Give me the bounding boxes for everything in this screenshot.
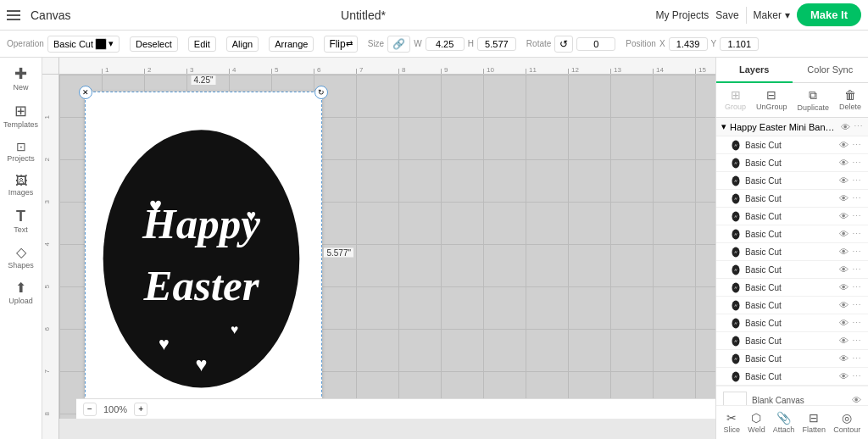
rotate-input[interactable]: 0 bbox=[581, 39, 611, 49]
text-icon: T bbox=[16, 208, 25, 224]
flatten-button[interactable]: ⊟ Flatten bbox=[799, 409, 830, 436]
sidebar-item-new[interactable]: ✚ New bbox=[3, 61, 40, 97]
layer-more-icon[interactable]: ⋯ bbox=[852, 247, 861, 258]
blank-canvas-eye-icon[interactable]: 👁 bbox=[852, 395, 861, 405]
doc-title: Untitled* bbox=[341, 8, 386, 22]
svg-text:♥: ♥ bbox=[231, 322, 238, 336]
edit-button[interactable]: Edit bbox=[188, 36, 216, 52]
save-button[interactable]: Save bbox=[715, 9, 738, 21]
flip-icon-btn[interactable]: Flip ⇄ bbox=[324, 36, 357, 53]
ruler-tick-5: 5 bbox=[271, 66, 278, 74]
dimension-width-label: 4.25" bbox=[191, 75, 215, 85]
svg-text:H: H bbox=[735, 303, 737, 308]
layer-more-icon[interactable]: ⋯ bbox=[852, 336, 861, 347]
tab-color-sync[interactable]: Color Sync bbox=[793, 58, 869, 82]
layer-item-2[interactable]: H Basic Cut 👁 ⋯ bbox=[716, 154, 868, 172]
rotate-icon-btn[interactable]: ↺ bbox=[554, 36, 573, 53]
layer-group-header[interactable]: ▾ Happy Easter Mini Banner... 👁 ⋯ bbox=[716, 118, 868, 136]
group-eye-icon[interactable]: 👁 bbox=[841, 122, 850, 132]
layer-eye-icon[interactable]: 👁 bbox=[839, 318, 849, 328]
layer-item-7[interactable]: H Basic Cut 👁 ⋯ bbox=[716, 243, 868, 261]
group-more-icon[interactable]: ⋯ bbox=[854, 121, 863, 132]
sidebar-item-shapes[interactable]: ◇ Shapes bbox=[3, 241, 40, 275]
duplicate-icon: ⧉ bbox=[809, 88, 817, 103]
rotate-group: Rotate ↺ 0 bbox=[526, 36, 615, 53]
weld-button[interactable]: ⬡ Weld bbox=[744, 409, 768, 436]
layer-item-8[interactable]: H Basic Cut 👁 ⋯ bbox=[716, 261, 868, 279]
ruler-tick-13: 13 bbox=[610, 66, 621, 74]
slice-button[interactable]: ✂ Slice bbox=[721, 409, 744, 436]
layer-eye-icon[interactable]: 👁 bbox=[839, 336, 849, 346]
sidebar-item-images[interactable]: 🖼 Images bbox=[3, 169, 40, 202]
sidebar-item-projects[interactable]: ⊡ Projects bbox=[3, 136, 40, 168]
layer-name: Basic Cut bbox=[745, 212, 836, 221]
layer-thumbnail: H bbox=[730, 370, 742, 382]
layer-eye-icon[interactable]: 👁 bbox=[839, 140, 849, 150]
make-it-button[interactable]: Make It bbox=[797, 3, 861, 26]
ruler-top: 1 2 3 4 5 6 7 8 9 10 11 12 13 14 15 16 bbox=[59, 58, 715, 75]
layer-more-icon[interactable]: ⋯ bbox=[852, 229, 861, 240]
layer-item-11[interactable]: H Basic Cut 👁 ⋯ bbox=[716, 314, 868, 332]
layer-more-icon[interactable]: ⋯ bbox=[852, 353, 861, 364]
sidebar-item-templates[interactable]: ⊞ Templates bbox=[3, 98, 40, 134]
layer-item-12[interactable]: H Basic Cut 👁 ⋯ bbox=[716, 332, 868, 350]
duplicate-button[interactable]: ⧉ Duplicate bbox=[793, 86, 835, 114]
layer-eye-icon[interactable]: 👁 bbox=[839, 300, 849, 310]
sidebar-item-upload[interactable]: ⬆ Upload bbox=[3, 276, 40, 310]
layer-item-1[interactable]: H Basic Cut 👁 ⋯ bbox=[716, 136, 868, 154]
sidebar-item-text[interactable]: T Text bbox=[3, 203, 40, 239]
layer-eye-icon[interactable]: 👁 bbox=[839, 211, 849, 221]
attach-button[interactable]: 📎 Attach bbox=[770, 409, 798, 436]
layer-more-icon[interactable]: ⋯ bbox=[852, 140, 861, 151]
layer-more-icon[interactable]: ⋯ bbox=[852, 264, 861, 275]
layer-item-10[interactable]: H Basic Cut 👁 ⋯ bbox=[716, 297, 868, 314]
layer-item-6[interactable]: H Basic Cut 👁 ⋯ bbox=[716, 225, 868, 243]
my-projects-button[interactable]: My Projects bbox=[656, 9, 709, 21]
layer-item-5[interactable]: H Basic Cut 👁 ⋯ bbox=[716, 208, 868, 225]
x-input[interactable]: 1.439 bbox=[673, 39, 704, 49]
width-input[interactable]: 4.25 bbox=[430, 39, 460, 49]
tab-layers[interactable]: Layers bbox=[716, 58, 793, 83]
layer-eye-icon[interactable]: 👁 bbox=[839, 282, 849, 292]
layer-item-13[interactable]: H Basic Cut 👁 ⋯ bbox=[716, 350, 868, 368]
layer-more-icon[interactable]: ⋯ bbox=[852, 282, 861, 293]
ungroup-button[interactable]: ⊟ UnGroup bbox=[751, 86, 793, 114]
layer-item-9[interactable]: H Basic Cut 👁 ⋯ bbox=[716, 279, 868, 297]
layer-eye-icon[interactable]: 👁 bbox=[839, 353, 849, 364]
layer-item-4[interactable]: H Basic Cut 👁 ⋯ bbox=[716, 190, 868, 208]
layer-more-icon[interactable]: ⋯ bbox=[852, 371, 861, 382]
delete-button[interactable]: 🗑 Delete bbox=[834, 86, 866, 114]
align-button[interactable]: Align bbox=[226, 36, 259, 52]
layer-eye-icon[interactable]: 👁 bbox=[839, 158, 849, 168]
deselect-button[interactable]: Deselect bbox=[130, 36, 178, 52]
hamburger-menu[interactable] bbox=[7, 10, 20, 20]
contour-button[interactable]: ◎ Contour bbox=[830, 409, 864, 436]
lock-icon-btn[interactable]: 🔗 bbox=[387, 36, 410, 53]
layer-item-14[interactable]: H Basic Cut 👁 ⋯ bbox=[716, 368, 868, 386]
layer-item-3[interactable]: H Basic Cut 👁 ⋯ bbox=[716, 172, 868, 190]
layer-eye-icon[interactable]: 👁 bbox=[839, 264, 849, 275]
zoom-value: 100% bbox=[103, 404, 127, 414]
zoom-out-button[interactable]: − bbox=[83, 403, 97, 416]
easter-egg-artwork: Happy Easter ♥ ♥ ♥ ♥ ♥ bbox=[89, 96, 314, 409]
layer-more-icon[interactable]: ⋯ bbox=[852, 175, 861, 186]
layer-eye-icon[interactable]: 👁 bbox=[839, 175, 849, 186]
layer-more-icon[interactable]: ⋯ bbox=[852, 158, 861, 169]
arrange-button[interactable]: Arrange bbox=[269, 36, 314, 52]
maker-button[interactable]: Maker ▾ bbox=[754, 9, 790, 21]
layer-more-icon[interactable]: ⋯ bbox=[852, 211, 861, 222]
height-input[interactable]: 5.577 bbox=[481, 39, 512, 49]
layer-more-icon[interactable]: ⋯ bbox=[852, 193, 861, 204]
operation-select[interactable]: Basic Cut ▾ bbox=[47, 36, 120, 53]
svg-text:♥: ♥ bbox=[196, 353, 208, 375]
layer-more-icon[interactable]: ⋯ bbox=[852, 318, 861, 329]
layer-eye-icon[interactable]: 👁 bbox=[839, 371, 849, 381]
y-input[interactable]: 1.101 bbox=[724, 39, 754, 49]
layer-more-icon[interactable]: ⋯ bbox=[852, 300, 861, 311]
flatten-label: Flatten bbox=[803, 425, 826, 434]
layer-eye-icon[interactable]: 👁 bbox=[839, 247, 849, 257]
group-button[interactable]: ⊞ Group bbox=[720, 86, 751, 114]
layer-eye-icon[interactable]: 👁 bbox=[839, 229, 849, 239]
zoom-in-button[interactable]: + bbox=[134, 403, 147, 416]
layer-eye-icon[interactable]: 👁 bbox=[839, 193, 849, 203]
